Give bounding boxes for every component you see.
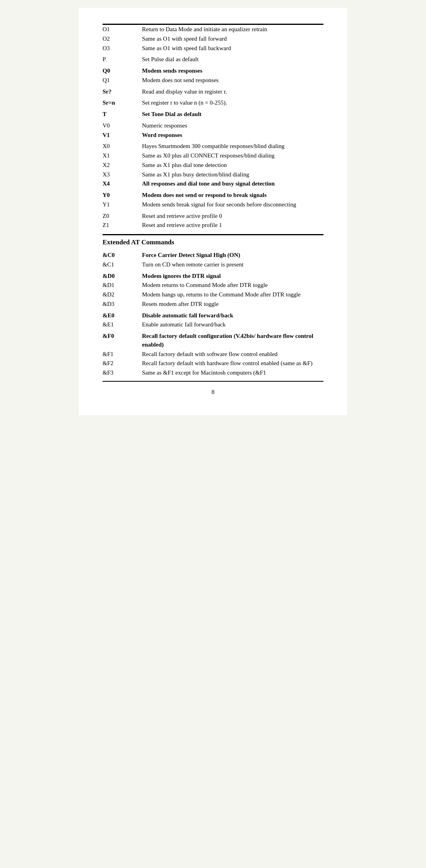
command-description: Word responses <box>142 131 323 140</box>
page: O1Return to Data Mode and initiate an eq… <box>79 8 347 415</box>
command-label: Sr? <box>103 87 142 97</box>
command-description: Same as X1 plus dial tone detection <box>142 161 323 170</box>
command-description: Modem does not send or respond to break … <box>142 191 323 200</box>
table-row: Q0Modem sends responses <box>103 66 323 76</box>
command-label: P <box>103 55 142 64</box>
command-description: Modem ignores the DTR signal <box>142 272 323 281</box>
command-description: All responses and dial tone and busy sig… <box>142 179 323 189</box>
command-description: Same as O1 with speed fall backward <box>142 44 323 53</box>
command-description: Same as O1 with speed fall forward <box>142 34 323 44</box>
command-label: &E1 <box>103 320 142 330</box>
command-label: &E0 <box>103 311 142 321</box>
table-row: O1Return to Data Mode and initiate an eq… <box>103 25 323 34</box>
table-row: O2Same as O1 with speed fall forward <box>103 34 323 44</box>
command-description: Recall factory default configuration (V.… <box>142 332 323 350</box>
command-label: &C1 <box>103 260 142 270</box>
command-description: Turn on CD when remote carrier is presen… <box>142 260 323 270</box>
table-row: &F3Same as &F1 except for Macintosh comp… <box>103 368 323 378</box>
command-label: X4 <box>103 179 142 189</box>
table-row: Sr?Read and display value in register r. <box>103 87 323 97</box>
command-label: &C0 <box>103 251 142 260</box>
command-label: T <box>103 110 142 119</box>
table-row: &F2Recall factory default with hardware … <box>103 359 323 368</box>
command-description: Reset and retrieve active profile 1 <box>142 221 323 230</box>
command-label: Q1 <box>103 76 142 85</box>
bottom-rule <box>103 381 323 382</box>
command-description: Disable automatic fall forward/back <box>142 311 323 321</box>
table-row: &E0Disable automatic fall forward/back <box>103 311 323 321</box>
command-description: Set Pulse dial as default <box>142 55 323 64</box>
command-description: Modem hangs up, returns to the Command M… <box>142 290 323 300</box>
table-row: TSet Tone Dial as default <box>103 110 323 119</box>
table-row: &D0Modem ignores the DTR signal <box>103 272 323 281</box>
table-row: X0Hayes Smartmodem 300 compatible respon… <box>103 142 323 151</box>
command-description: Return to Data Mode and initiate an equa… <box>142 25 323 34</box>
table-row: X4All responses and dial tone and busy s… <box>103 179 323 189</box>
command-description: Modem sends break signal for four second… <box>142 200 323 210</box>
table-row: V0Numeric responses <box>103 121 323 131</box>
command-description: Modem does not send responses <box>142 76 323 85</box>
command-label: &F2 <box>103 359 142 368</box>
table-row: &D2Modem hangs up, returns to the Comman… <box>103 290 323 300</box>
command-description: Modem returns to Command Mode after DTR … <box>142 281 323 290</box>
table-row: Z1Reset and retrieve active profile 1 <box>103 221 323 230</box>
command-label: Z1 <box>103 221 142 230</box>
table-row: X2Same as X1 plus dial tone detection <box>103 161 323 170</box>
at-commands-table: O1Return to Data Mode and initiate an eq… <box>103 25 323 230</box>
command-description: Set register r to value n (n = 0-255). <box>142 98 323 108</box>
command-label: &F0 <box>103 332 142 350</box>
command-label: &D0 <box>103 272 142 281</box>
command-label: O1 <box>103 25 142 34</box>
command-description: Recall factory default with software flo… <box>142 350 323 359</box>
table-row: PSet Pulse dial as default <box>103 55 323 64</box>
command-label: X0 <box>103 142 142 151</box>
command-label: O3 <box>103 44 142 53</box>
command-label: Q0 <box>103 66 142 76</box>
command-label: X2 <box>103 161 142 170</box>
command-description: Force Carrier Detect Signal High (ON) <box>142 251 323 260</box>
section-rule <box>103 234 323 235</box>
command-description: Set Tone Dial as default <box>142 110 323 119</box>
command-description: Same as X0 plus all CONNECT responses/bl… <box>142 151 323 161</box>
command-label: &F1 <box>103 350 142 359</box>
command-label: Sr=n <box>103 98 142 108</box>
extended-at-heading: Extended AT Commands <box>103 238 323 246</box>
table-row: &D3Resets modem after DTR toggle <box>103 300 323 309</box>
table-row: Sr=nSet register r to value n (n = 0-255… <box>103 98 323 108</box>
table-row: Q1Modem does not send responses <box>103 76 323 85</box>
command-label: V1 <box>103 131 142 140</box>
command-label: X1 <box>103 151 142 161</box>
command-description: Numeric responses <box>142 121 323 131</box>
table-row: X3Same as X1 plus busy detection/blind d… <box>103 170 323 180</box>
command-label: O2 <box>103 34 142 44</box>
command-description: Reset and retrieve active profile 0 <box>142 212 323 221</box>
command-label: &F3 <box>103 368 142 378</box>
command-description: Resets modem after DTR toggle <box>142 300 323 309</box>
command-label: &D2 <box>103 290 142 300</box>
page-number: 8 <box>103 389 323 396</box>
command-label: &D3 <box>103 300 142 309</box>
command-label: &D1 <box>103 281 142 290</box>
command-label: Y0 <box>103 191 142 200</box>
table-row: &C0Force Carrier Detect Signal High (ON) <box>103 251 323 260</box>
table-row: &E1 Enable automatic fall forward/back <box>103 320 323 330</box>
command-label: Z0 <box>103 212 142 221</box>
extended-commands-table: &C0Force Carrier Detect Signal High (ON)… <box>103 249 323 378</box>
table-row: O3Same as O1 with speed fall backward <box>103 44 323 53</box>
command-description: Same as X1 plus busy detection/blind dia… <box>142 170 323 180</box>
command-description: Enable automatic fall forward/back <box>142 320 323 330</box>
table-row: &F0Recall factory default configuration … <box>103 332 323 350</box>
table-row: V1Word responses <box>103 131 323 140</box>
table-row: Y0Modem does not send or respond to brea… <box>103 191 323 200</box>
table-row: Z0Reset and retrieve active profile 0 <box>103 212 323 221</box>
command-description: Read and display value in register r. <box>142 87 323 97</box>
command-description: Modem sends responses <box>142 66 323 76</box>
command-label: V0 <box>103 121 142 131</box>
command-label: Y1 <box>103 200 142 210</box>
command-description: Recall factory default with hardware flo… <box>142 359 323 368</box>
command-description: Same as &F1 except for Macintosh compute… <box>142 368 323 378</box>
table-row: &D1Modem returns to Command Mode after D… <box>103 281 323 290</box>
command-label: X3 <box>103 170 142 180</box>
table-row: Y1Modem sends break signal for four seco… <box>103 200 323 210</box>
table-row: &F1Recall factory default with software … <box>103 350 323 359</box>
